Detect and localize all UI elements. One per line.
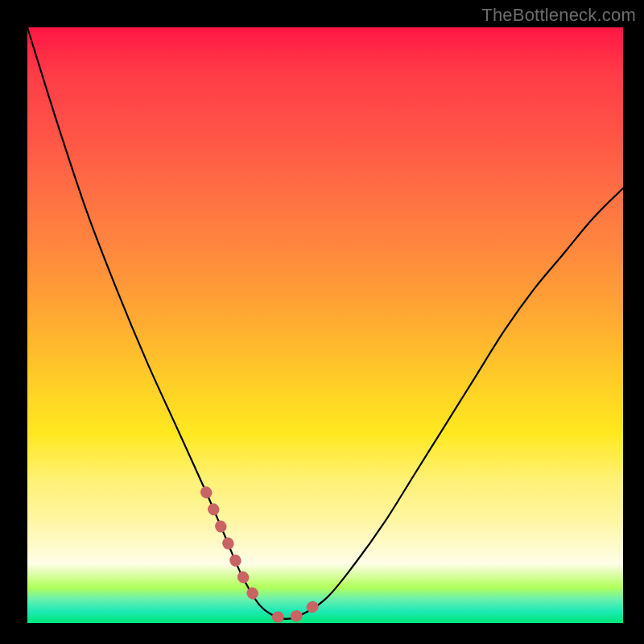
highlight-markers [206, 492, 325, 617]
chart-frame: TheBottleneck.com [0, 0, 644, 644]
bottleneck-curve [27, 27, 623, 619]
watermark-text: TheBottleneck.com [481, 5, 636, 26]
plot-area [27, 27, 623, 623]
highlight-segment [278, 599, 325, 617]
curve-svg [27, 27, 623, 623]
highlight-segment [206, 492, 260, 605]
